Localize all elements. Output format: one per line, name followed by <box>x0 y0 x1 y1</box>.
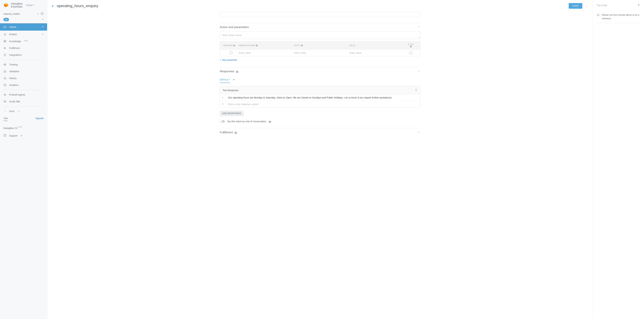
nav-analytics[interactable]: Analytics <box>0 82 47 88</box>
sidebar: Dialogflow Essentials Global ▼ respond_c… <box>0 0 47 319</box>
check-icon <box>4 70 6 73</box>
save-button[interactable]: SAVE <box>569 3 582 9</box>
dialogflow-logo-icon <box>4 3 9 8</box>
nav-history[interactable]: History <box>0 75 47 82</box>
params-header: REQUIRED? PARAMETER NAME? ENTITY? VALUE … <box>220 42 420 50</box>
param-row <box>220 50 420 56</box>
more-menu-icon[interactable]: ⋮ <box>585 4 588 8</box>
microphone-icon[interactable] <box>637 3 640 8</box>
intent-title[interactable]: operating_hours_enquiry <box>57 4 569 8</box>
chart-icon <box>4 84 6 87</box>
add-intent-icon[interactable]: + <box>42 25 44 29</box>
text-response-value[interactable]: Our operating hours are Monday to Saturd… <box>228 96 392 99</box>
text-response-variant-input[interactable] <box>228 103 418 106</box>
help-icon[interactable]: ? <box>234 131 237 134</box>
param-entity-input[interactable] <box>294 52 350 54</box>
add-responses-button[interactable]: ADD RESPONSES <box>220 111 244 116</box>
param-value-input[interactable] <box>350 52 405 54</box>
beta-badge: [beta] <box>24 40 28 42</box>
nav-docs[interactable]: Docs ↗ <box>0 108 47 115</box>
action-parameters-heading: Action and parameters <box>220 26 249 29</box>
action-name-field[interactable] <box>220 32 420 39</box>
external-link-icon: ↗ <box>20 134 22 137</box>
nav-intents[interactable]: Intents + <box>0 23 47 31</box>
test-panel: Please use test console above to try a s… <box>593 0 644 319</box>
new-parameter-button[interactable]: + New parameter <box>220 56 237 64</box>
bolt-icon <box>4 47 6 50</box>
end-of-conversation-toggle[interactable] <box>220 120 225 123</box>
global-selector[interactable]: Global ▼ <box>26 4 35 7</box>
action-name-input[interactable] <box>222 34 418 37</box>
help-icon[interactable]: ? <box>233 45 235 47</box>
new-badge: [new] <box>18 126 22 128</box>
islist-checkbox[interactable] <box>410 52 412 54</box>
help-icon[interactable]: ? <box>410 46 412 48</box>
text-response-label: Text Response <box>223 89 238 92</box>
collapse-icon[interactable] <box>417 70 420 73</box>
row-number: 2 <box>220 101 226 108</box>
entities-icon <box>4 33 6 36</box>
nav-knowledge[interactable]: Knowledge [beta] <box>0 38 47 45</box>
clock-icon <box>4 77 6 80</box>
help-icon[interactable]: ? <box>236 70 238 73</box>
nav-validation[interactable]: Validation <box>0 68 47 75</box>
fulfillment-heading: Fulfillment <box>220 131 233 134</box>
info-icon <box>597 14 600 21</box>
svg-point-8 <box>5 33 5 34</box>
add-language-icon[interactable]: + <box>42 18 44 21</box>
book-icon <box>4 40 6 43</box>
training-phrases-card-partial[interactable] <box>220 12 420 17</box>
svg-point-15 <box>4 95 5 95</box>
dialogflow-cx-link[interactable]: Dialogflow CX [new] <box>0 124 47 132</box>
text-response-row-1[interactable]: 1 Our operating hours are Monday to Satu… <box>220 94 420 101</box>
upgrade-link[interactable]: Upgrade <box>35 117 44 120</box>
brand: Dialogflow Essentials Global ▼ <box>0 0 47 10</box>
settings-gear-icon[interactable] <box>40 12 44 16</box>
trial-tier: Free <box>4 120 8 122</box>
svg-point-16 <box>5 95 6 95</box>
help-circle-icon <box>4 134 6 137</box>
nav-integrations[interactable]: Integrations <box>0 52 47 58</box>
add-entity-icon[interactable]: + <box>42 33 44 36</box>
sync-icon <box>4 53 6 57</box>
agent-selector-caret-icon[interactable]: ▾ <box>38 13 38 15</box>
responses-heading: Responses <box>220 70 234 73</box>
svg-rect-21 <box>638 4 639 5</box>
add-response-platform-icon[interactable]: + <box>233 78 235 82</box>
delete-response-icon[interactable] <box>415 89 418 92</box>
nav-support[interactable]: Support ↗ <box>0 132 47 139</box>
language-pill[interactable]: en <box>4 18 9 21</box>
response-tab-default[interactable]: DEFAULT <box>220 77 230 83</box>
robot-icon <box>4 93 6 96</box>
help-icon[interactable]: ? <box>301 45 303 47</box>
end-of-conversation-label: Set this intent as end of conversation <box>227 120 266 123</box>
nav-training[interactable]: Training <box>0 61 47 68</box>
svg-rect-11 <box>4 70 6 73</box>
expand-icon[interactable] <box>417 131 420 134</box>
agent-name: respond_chatbot <box>4 13 35 15</box>
resize-handle-icon[interactable] <box>418 36 420 38</box>
help-icon[interactable]: ? <box>269 120 271 123</box>
unsaved-dot-icon <box>52 5 53 7</box>
plus-icon: + <box>220 59 221 61</box>
param-name-input[interactable] <box>239 52 294 54</box>
test-console-hint: Please use test console above to try a s… <box>602 13 640 21</box>
svg-point-3 <box>42 13 43 14</box>
text-response-row-2[interactable]: 2 <box>220 101 420 108</box>
nav-fulfillment[interactable]: Fulfillment <box>0 45 47 52</box>
brand-title-1: Dialogflow <box>11 3 22 5</box>
text-cursor <box>392 97 392 99</box>
help-icon[interactable]: ? <box>256 45 258 47</box>
row-number: 1 <box>220 94 226 101</box>
nav-prebuilt-agents[interactable]: Prebuilt Agents <box>0 91 47 98</box>
intent-header: operating_hours_enquiry SAVE ⋮ <box>47 0 593 12</box>
try-it-now-input[interactable] <box>597 4 637 7</box>
chat-icon <box>4 26 6 29</box>
nav-entities[interactable]: Entities + <box>0 31 47 38</box>
chat-bubbles-icon <box>4 100 6 103</box>
required-checkbox[interactable] <box>230 52 232 54</box>
collapse-icon[interactable] <box>417 25 420 29</box>
external-link-icon: ↗ <box>18 110 20 112</box>
brand-title-2: Essentials <box>11 5 22 8</box>
nav-smalltalk[interactable]: Small Talk <box>0 98 47 105</box>
